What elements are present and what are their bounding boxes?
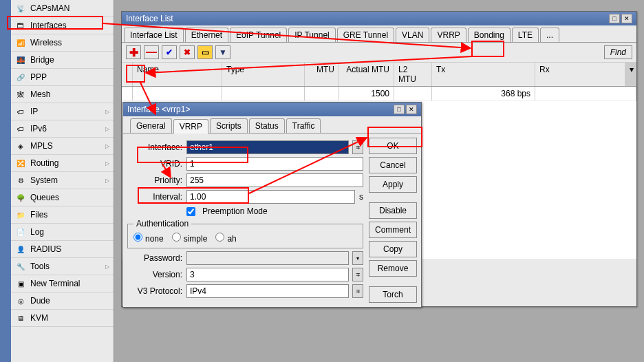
auth-none-radio[interactable] (133, 233, 142, 242)
dialog-tab-scripts[interactable]: Scripts (210, 118, 248, 133)
sidebar-item-label: Dude (30, 296, 109, 306)
vrid-label: VRID: (127, 159, 182, 169)
sidebar-item-mpls[interactable]: ◈MPLS▷ (11, 138, 114, 155)
grid-header: Name Type MTU Actual MTU L2 MTU Tx Rx ▾ (122, 63, 636, 87)
close-icon[interactable]: ✕ (621, 14, 632, 23)
cancel-button[interactable]: Cancel (369, 157, 417, 173)
version-dropdown-icon[interactable]: ∓ (352, 268, 363, 281)
preemption-checkbox[interactable] (186, 207, 195, 216)
minimize-icon[interactable]: □ (609, 14, 620, 23)
interface-field[interactable]: ether1 (186, 140, 349, 154)
sidebar-item-wireless[interactable]: 📶Wireless (11, 34, 114, 52)
torch-button[interactable]: Torch (369, 286, 417, 303)
priority-label: Priority: (127, 175, 182, 185)
sidebar-item-system[interactable]: ⚙System▷ (11, 172, 114, 189)
v3protocol-dropdown-icon[interactable]: ∓ (352, 284, 363, 298)
col-actual-mtu[interactable]: Actual MTU (339, 63, 394, 86)
remove-button[interactable]: — (144, 45, 159, 59)
sidebar-item-dude[interactable]: ◎Dude (11, 292, 114, 310)
interval-label: Interval: (127, 192, 182, 202)
sidebar-icon: 🗔 (15, 20, 26, 31)
sidebar-item-bridge[interactable]: 🌉Bridge (11, 52, 114, 69)
sidebar-item-mesh[interactable]: 🕸Mesh (11, 86, 114, 103)
tab-ip-tunnel[interactable]: IP Tunnel (288, 28, 335, 42)
sidebar-item-files[interactable]: 📁Files (11, 206, 114, 224)
comment-dlg-button[interactable]: Comment (369, 222, 417, 238)
dialog-close-icon[interactable]: ✕ (406, 105, 417, 114)
tab-vrrp[interactable]: VRRP (431, 28, 466, 42)
dialog-tab-traffic[interactable]: Traffic (286, 118, 321, 133)
interface-label: Interface: (127, 142, 182, 152)
version-field[interactable] (186, 268, 349, 281)
auth-simple-option[interactable]: simple (172, 233, 208, 244)
sidebar-item-queues[interactable]: 🌳Queues (11, 189, 114, 206)
sidebar-item-radius[interactable]: 👤RADIUS (11, 241, 114, 258)
auth-ah-radio[interactable] (215, 233, 224, 242)
dialog-tab-vrrp[interactable]: VRRP (173, 119, 208, 134)
tab-bonding[interactable]: Bonding (468, 28, 511, 42)
sidebar-item-label: KVM (30, 313, 109, 323)
dialog-minimize-icon[interactable]: □ (394, 105, 405, 114)
disable-button[interactable]: ✖ (180, 45, 195, 59)
dialog-tab-status[interactable]: Status (249, 118, 285, 133)
tab-vlan[interactable]: VLAN (396, 28, 429, 42)
sidebar-item-label: CAPsMAN (30, 3, 109, 13)
col-l2mtu[interactable]: L2 MTU (394, 63, 432, 86)
col-rx[interactable]: Rx (535, 63, 625, 86)
dialog-button-column: OK Cancel Apply Disable Comment Copy Rem… (369, 138, 417, 303)
sidebar-item-interfaces[interactable]: 🗔Interfaces (11, 17, 114, 34)
interval-field[interactable] (186, 190, 355, 204)
dialog-tab-general[interactable]: General (130, 118, 172, 133)
tab-interface-list[interactable]: Interface List (124, 28, 184, 42)
sidebar-item-ipv6[interactable]: 🏷IPv6▷ (11, 120, 114, 138)
comment-button[interactable]: ▭ (197, 45, 213, 59)
vrid-field[interactable] (186, 157, 363, 171)
auth-none-option[interactable]: none (133, 233, 164, 244)
cell-tx: 368 bps (432, 87, 535, 100)
sidebar-item-capsman[interactable]: 📡CAPsMAN (11, 0, 114, 17)
version-label: Version: (127, 270, 182, 279)
find-button[interactable]: Find (604, 45, 632, 59)
sidebar-item-log[interactable]: 📄Log (11, 224, 114, 241)
sidebar-item-kvm[interactable]: 🖥KVM (11, 310, 114, 327)
enable-button[interactable]: ✔ (162, 45, 177, 59)
interface-dropdown-icon[interactable]: ∓ (352, 140, 363, 154)
filter-button[interactable]: ▼ (215, 45, 230, 59)
col-mtu[interactable]: MTU (305, 63, 339, 86)
sidebar-item-ppp[interactable]: 🔗PPP (11, 69, 114, 86)
v3protocol-field[interactable] (186, 284, 349, 298)
sidebar-icon: ◎ (15, 295, 26, 306)
tab-ethernet[interactable]: Ethernet (185, 28, 228, 42)
remove-dlg-button[interactable]: Remove (369, 260, 417, 277)
tab-gre-tunnel[interactable]: GRE Tunnel (337, 28, 394, 42)
auth-ah-option[interactable]: ah (215, 233, 236, 244)
copy-button[interactable]: Copy (369, 241, 417, 257)
disable-dlg-button[interactable]: Disable (369, 202, 417, 219)
sidebar-icon: ◈ (15, 140, 26, 151)
add-button[interactable]: ✚ (126, 45, 141, 59)
col-name[interactable]: Name (133, 63, 222, 86)
apply-button[interactable]: Apply (369, 176, 417, 193)
sidebar-item-tools[interactable]: 🔧Tools▷ (11, 258, 114, 275)
sidebar-item-new-terminal[interactable]: ▣New Terminal (11, 275, 114, 292)
dialog-title: Interface <vrrp1> (127, 105, 392, 114)
sidebar-item-ip[interactable]: 🏷IP▷ (11, 103, 114, 120)
priority-field[interactable] (186, 173, 363, 187)
auth-simple-radio[interactable] (172, 233, 181, 242)
tab--[interactable]: ... (540, 28, 559, 42)
tab-eoip-tunnel[interactable]: EoIP Tunnel (230, 28, 287, 42)
sidebar-icon: 🕸 (15, 89, 26, 100)
sidebar-item-label: Files (30, 210, 109, 220)
ok-button[interactable]: OK (369, 138, 417, 154)
table-row[interactable]: 1500 368 bps (122, 87, 636, 101)
password-label: Password: (127, 253, 182, 263)
titlebar: Interface List □ ✕ (122, 12, 636, 25)
sidebar-item-label: Routing (30, 158, 101, 168)
col-tx[interactable]: Tx (432, 63, 535, 86)
col-menu[interactable]: ▾ (625, 63, 636, 86)
password-expand-icon[interactable]: ▾ (352, 251, 363, 265)
tab-lte[interactable]: LTE (512, 28, 539, 42)
col-type[interactable]: Type (222, 63, 305, 86)
sidebar-icon: 👤 (15, 244, 26, 255)
sidebar-item-routing[interactable]: 🔀Routing▷ (11, 155, 114, 172)
